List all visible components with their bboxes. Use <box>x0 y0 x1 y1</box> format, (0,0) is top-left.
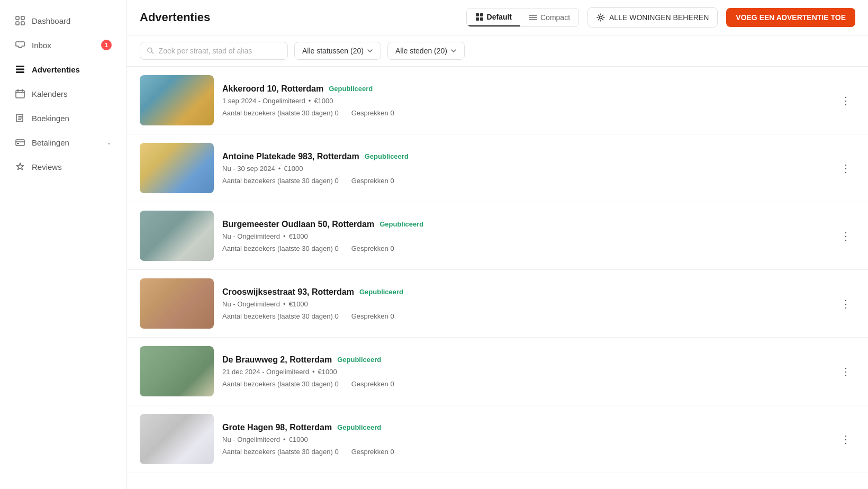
listing-price: €1000 <box>289 436 308 443</box>
sidebar-item-label: Inbox <box>32 41 51 50</box>
status-badge: Gepubliceerd <box>365 152 409 160</box>
listing-visitors: Aantal bezoekers (laatste 30 dagen) 0 <box>222 312 339 320</box>
more-options-button[interactable]: ⋮ <box>836 429 855 450</box>
listing-info: Antoine Platekade 983, Rotterdam Gepubli… <box>222 152 828 185</box>
sidebar-item-dashboard[interactable]: Dashboard <box>4 9 122 32</box>
status-badge: Gepubliceerd <box>337 356 381 364</box>
listing-visitors: Aantal bezoekers (laatste 30 dagen) 0 <box>222 109 339 117</box>
listing-price: €1000 <box>314 97 333 105</box>
more-options-button[interactable]: ⋮ <box>836 158 855 179</box>
listing-thumbnail <box>140 211 214 261</box>
grid-icon <box>15 15 25 26</box>
listing-price: €1000 <box>284 165 303 173</box>
filters-bar: Alle statussen (20) Alle steden (20) <box>127 35 868 67</box>
star-icon <box>15 161 25 172</box>
listing-title-row: Crooswijksestraat 93, Rotterdam Gepublic… <box>222 287 828 297</box>
sidebar-item-label: Dashboard <box>32 16 70 25</box>
listing-stats: Aantal bezoekers (laatste 30 dagen) 0 Ge… <box>222 380 828 388</box>
listing-meta: 1 sep 2024 - Ongelimiteerd • €1000 <box>222 97 828 105</box>
listing-date: Nu - 30 sep 2024 <box>222 165 275 173</box>
sidebar-item-label: Advertenties <box>32 65 80 74</box>
sidebar-item-inbox[interactable]: Inbox 1 <box>4 33 122 57</box>
main-content: Advertenties Default Compact <box>127 0 868 489</box>
listing-thumbnail <box>140 75 214 125</box>
listing-info: Burgemeester Oudlaan 50, Rotterdam Gepub… <box>222 220 828 252</box>
svg-rect-7 <box>16 90 24 98</box>
listing-title-row: Grote Hagen 98, Rotterdam Gepubliceerd <box>222 423 828 432</box>
sidebar-item-label: Betalingen <box>32 138 69 147</box>
svg-rect-10 <box>476 13 479 16</box>
listing-title-row: De Brauwweg 2, Rotterdam Gepubliceerd <box>222 355 828 365</box>
listing-title: Burgemeester Oudlaan 50, Rotterdam <box>222 220 374 229</box>
search-box[interactable] <box>140 42 288 60</box>
listing-info: De Brauwweg 2, Rotterdam Gepubliceerd 21… <box>222 355 828 388</box>
sidebar-item-reviews[interactable]: Reviews <box>4 155 122 178</box>
svg-rect-1 <box>21 16 24 20</box>
listing-title: De Brauwweg 2, Rotterdam <box>222 355 332 365</box>
svg-rect-12 <box>476 17 479 21</box>
listing-stats: Aantal bezoekers (laatste 30 dagen) 0 Ge… <box>222 312 828 320</box>
listing-stats: Aantal bezoekers (laatste 30 dagen) 0 Ge… <box>222 177 828 185</box>
dot-separator: • <box>312 368 315 376</box>
status-badge: Gepubliceerd <box>359 288 403 296</box>
sidebar-item-kalenders[interactable]: Kalenders <box>4 82 122 105</box>
listing-conversations: Gesprekken 0 <box>351 177 394 185</box>
listing-meta: Nu - Ongelimiteerd • €1000 <box>222 300 828 308</box>
svg-rect-6 <box>16 71 24 73</box>
status-badge: Gepubliceerd <box>337 423 381 431</box>
svg-rect-5 <box>16 69 24 70</box>
inbox-icon <box>15 40 25 50</box>
sidebar-item-advertenties[interactable]: Advertenties <box>4 58 122 81</box>
dot-separator: • <box>283 232 286 240</box>
list-icon <box>15 64 25 75</box>
dot-separator: • <box>309 97 311 105</box>
svg-rect-13 <box>480 17 483 21</box>
listing-title-row: Burgemeester Oudlaan 50, Rotterdam Gepub… <box>222 220 828 229</box>
city-filter-button[interactable]: Alle steden (20) <box>387 42 465 60</box>
listing-conversations: Gesprekken 0 <box>351 380 394 388</box>
status-filter-button[interactable]: Alle statussen (20) <box>294 42 381 60</box>
view-compact-button[interactable]: Compact <box>520 9 578 26</box>
status-badge: Gepubliceerd <box>329 85 373 93</box>
sidebar-item-label: Reviews <box>32 162 62 171</box>
listing-price: €1000 <box>289 300 308 308</box>
svg-rect-2 <box>16 22 19 25</box>
search-input[interactable] <box>159 47 281 55</box>
listing-title-row: Antoine Platekade 983, Rotterdam Gepubli… <box>222 152 828 161</box>
sidebar-item-betalingen[interactable]: Betalingen ⌄ <box>4 131 122 154</box>
listing-visitors: Aantal bezoekers (laatste 30 dagen) 0 <box>222 448 339 456</box>
listing-date: 21 dec 2024 - Ongelimiteerd <box>222 368 309 376</box>
sidebar: Dashboard Inbox 1 Advertenties <box>0 0 127 489</box>
listing-date: Nu - Ongelimiteerd <box>222 300 280 308</box>
listing-thumbnail <box>140 143 214 193</box>
calendar-icon <box>15 88 25 99</box>
listing-meta: Nu - 30 sep 2024 • €1000 <box>222 165 828 173</box>
more-options-button[interactable]: ⋮ <box>836 293 855 314</box>
more-options-button[interactable]: ⋮ <box>836 361 855 382</box>
listing-thumbnail <box>140 414 214 464</box>
listing-item: Burgemeester Oudlaan 50, Rotterdam Gepub… <box>127 202 868 270</box>
listing-stats: Aantal bezoekers (laatste 30 dagen) 0 Ge… <box>222 109 828 117</box>
more-options-button[interactable]: ⋮ <box>836 225 855 247</box>
search-icon <box>147 47 155 55</box>
dot-separator: • <box>278 165 281 173</box>
header: Advertenties Default Compact <box>127 0 868 35</box>
manage-all-button[interactable]: ALLE WONINGEN BEHEREN <box>587 7 718 28</box>
listing-title-row: Akkeroord 10, Rotterdam Gepubliceerd <box>222 84 828 94</box>
chevron-down-icon <box>367 48 373 54</box>
chevron-down-icon <box>450 48 457 54</box>
listing-conversations: Gesprekken 0 <box>351 245 394 252</box>
compact-view-icon <box>529 13 537 22</box>
svg-point-14 <box>600 16 602 19</box>
listing-title: Antoine Platekade 983, Rotterdam <box>222 152 359 161</box>
listing-item: Grote Hagen 98, Rotterdam Gepubliceerd N… <box>127 405 868 473</box>
sidebar-item-label: Boekingen <box>32 114 69 123</box>
listing-title: Grote Hagen 98, Rotterdam <box>222 423 332 432</box>
view-default-button[interactable]: Default <box>467 8 520 26</box>
sidebar-item-boekingen[interactable]: Boekingen <box>4 106 122 130</box>
svg-rect-11 <box>480 13 483 16</box>
more-options-button[interactable]: ⋮ <box>836 90 855 111</box>
page-title: Advertenties <box>140 11 458 24</box>
listing-info: Akkeroord 10, Rotterdam Gepubliceerd 1 s… <box>222 84 828 117</box>
add-advertentie-button[interactable]: VOEG EEN ADVERTENTIE TOE <box>726 8 855 27</box>
